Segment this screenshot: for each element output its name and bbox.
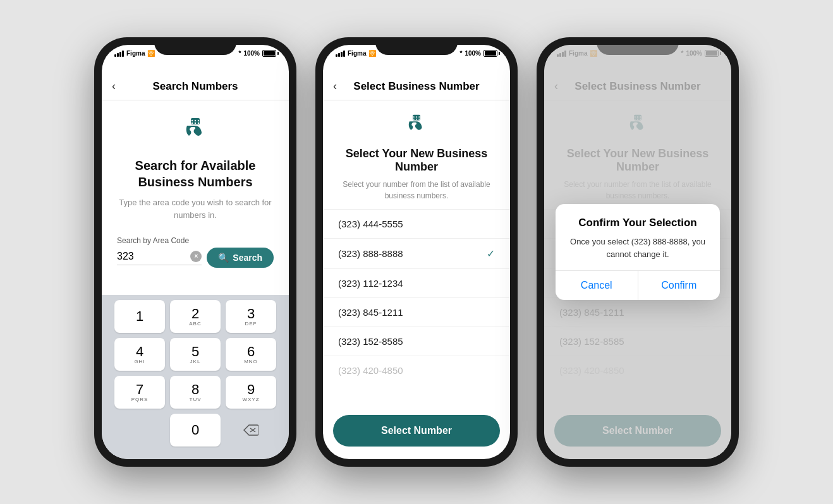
battery-icon-2 bbox=[483, 50, 500, 57]
number-item-faded-2: (323) 420-4850 bbox=[323, 356, 510, 385]
select-header-2: Select Your New Business Number Select y… bbox=[323, 100, 510, 210]
back-button-1[interactable]: ‹ bbox=[112, 80, 116, 93]
keypad-row-4: 0 bbox=[112, 414, 279, 447]
search-subtitle: Type the area code you wish to search fo… bbox=[117, 196, 274, 221]
search-heading: Search for Available Business Numbers bbox=[117, 157, 274, 190]
search-input[interactable] bbox=[117, 251, 190, 262]
clear-button[interactable]: × bbox=[190, 251, 202, 262]
number-text-1: (323) 444-5555 bbox=[338, 219, 403, 229]
select-screen-2: Select Your New Business Number Select y… bbox=[323, 100, 510, 459]
notch-2 bbox=[375, 37, 458, 55]
search-input-row: × 🔍 Search bbox=[102, 248, 289, 268]
battery-percent-2: 100% bbox=[465, 50, 481, 57]
svg-point-15 bbox=[416, 119, 417, 120]
confirm-button[interactable]: Confirm bbox=[638, 271, 721, 300]
svg-point-3 bbox=[195, 120, 196, 121]
battery-icon bbox=[262, 50, 279, 57]
delete-key[interactable] bbox=[226, 414, 276, 447]
number-item-4[interactable]: (323) 845-1211 bbox=[323, 298, 510, 327]
key-2[interactable]: 2ABC bbox=[170, 300, 221, 333]
number-item-1[interactable]: (323) 444-5555 bbox=[323, 210, 510, 239]
number-item-2[interactable]: (323) 888-8888 ✓ bbox=[323, 239, 510, 269]
select-subtitle-2: Select your number from the list of avai… bbox=[338, 179, 495, 201]
svg-point-14 bbox=[413, 119, 415, 120]
key-7[interactable]: 7PQRS bbox=[114, 376, 165, 409]
svg-point-6 bbox=[195, 123, 196, 124]
keypad-row-2: 4GHI 5JKL 6MNO bbox=[112, 338, 279, 371]
svg-point-16 bbox=[418, 119, 420, 120]
cancel-button[interactable]: Cancel bbox=[556, 271, 638, 300]
key-4[interactable]: 4GHI bbox=[114, 338, 165, 371]
select-heading-2: Select Your New Business Number bbox=[338, 147, 495, 174]
nav-bar-1: ‹ Search Numbers bbox=[102, 73, 289, 100]
key-5[interactable]: 5JKL bbox=[170, 338, 221, 371]
key-1[interactable]: 1 bbox=[114, 300, 165, 333]
number-text-2: (323) 888-8888 bbox=[338, 248, 403, 259]
svg-point-5 bbox=[192, 123, 193, 124]
bluetooth-icon: * bbox=[239, 50, 241, 57]
svg-point-13 bbox=[418, 116, 420, 117]
page-title-1: Search Numbers bbox=[152, 80, 238, 93]
page-title-2: Select Business Number bbox=[353, 80, 479, 93]
svg-point-11 bbox=[413, 116, 415, 117]
keypad: 1 2ABC 3DEF 4GHI 5JKL 6MNO 7PQRS 8TUV 9W… bbox=[102, 295, 289, 459]
battery-percent: 100% bbox=[243, 50, 260, 57]
confirm-modal: Confirm Your Selection Once you select (… bbox=[556, 204, 720, 300]
modal-title: Confirm Your Selection bbox=[566, 217, 710, 229]
signal-icon bbox=[114, 51, 124, 57]
search-header: Search for Available Business Numbers Ty… bbox=[102, 100, 289, 231]
modal-body: Once you select (323) 888-8888, you cann… bbox=[566, 236, 710, 260]
select-number-button-2[interactable]: Select Number bbox=[333, 415, 500, 447]
wifi-icon: 🛜 bbox=[147, 50, 155, 57]
svg-point-7 bbox=[198, 123, 199, 124]
number-text-5: (323) 152-8585 bbox=[338, 336, 403, 347]
phone-icon-1 bbox=[178, 113, 213, 148]
search-input-wrap: × bbox=[117, 251, 202, 265]
signal-icon-2 bbox=[336, 51, 345, 57]
search-btn-label: Search bbox=[233, 253, 262, 263]
key-6[interactable]: 6MNO bbox=[226, 338, 276, 371]
keypad-row-1: 1 2ABC 3DEF bbox=[112, 300, 279, 333]
back-button-2[interactable]: ‹ bbox=[333, 80, 337, 93]
key-0[interactable]: 0 bbox=[170, 414, 221, 447]
keypad-row-3: 7PQRS 8TUV 9WXYZ bbox=[112, 376, 279, 409]
svg-point-4 bbox=[198, 120, 199, 121]
phone-1: Figma 🛜 * 100% ‹ Search Numbers bbox=[94, 37, 296, 467]
number-list-2: (323) 444-5555 (323) 888-8888 ✓ (323) 11… bbox=[323, 210, 510, 407]
phone-3: Figma 🛜 * 100% ‹ Select Business Number bbox=[537, 37, 739, 467]
number-text-3: (323) 112-1234 bbox=[338, 278, 403, 289]
search-screen: Search for Available Business Numbers Ty… bbox=[102, 100, 289, 459]
input-label: Search by Area Code bbox=[117, 236, 274, 245]
select-btn-wrap-2: Select Number bbox=[323, 407, 510, 459]
number-item-5[interactable]: (323) 152-8585 bbox=[323, 327, 510, 356]
carrier-label-2: Figma bbox=[348, 50, 366, 57]
nav-bar-2: ‹ Select Business Number bbox=[323, 73, 510, 100]
svg-point-2 bbox=[192, 120, 193, 121]
search-button[interactable]: 🔍 Search bbox=[207, 248, 274, 268]
key-empty bbox=[114, 414, 165, 447]
number-item-3[interactable]: (323) 112-1234 bbox=[323, 269, 510, 298]
key-3[interactable]: 3DEF bbox=[226, 300, 276, 333]
search-icon: 🔍 bbox=[218, 253, 229, 263]
phone-2: Figma 🛜 * 100% ‹ Select Business Number bbox=[315, 37, 518, 467]
modal-actions: Cancel Confirm bbox=[556, 270, 720, 300]
key-9[interactable]: 9WXYZ bbox=[226, 376, 276, 409]
number-text-4: (323) 845-1211 bbox=[338, 307, 403, 318]
wifi-icon-2: 🛜 bbox=[368, 50, 376, 57]
phone-icon-2 bbox=[401, 111, 432, 141]
key-8[interactable]: 8TUV bbox=[170, 376, 221, 409]
notch-1 bbox=[154, 37, 236, 55]
modal-overlay: Confirm Your Selection Once you select (… bbox=[544, 45, 731, 459]
carrier-label: Figma bbox=[126, 50, 145, 57]
bluetooth-icon-2: * bbox=[460, 50, 463, 57]
svg-point-12 bbox=[416, 116, 417, 117]
check-icon: ✓ bbox=[487, 248, 495, 260]
input-label-container: Search by Area Code bbox=[102, 231, 289, 248]
